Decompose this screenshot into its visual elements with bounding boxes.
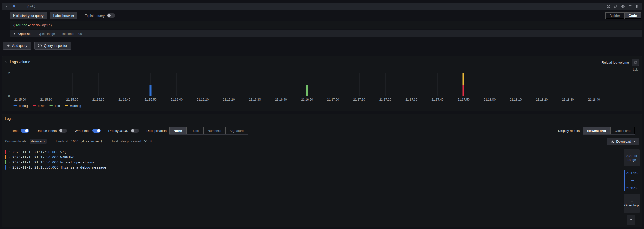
older-logs-button[interactable]: Older logs — [624, 194, 640, 213]
options-title: Options — [18, 32, 30, 36]
start-of-range-button[interactable]: Start of range — [624, 149, 640, 166]
total-bytes-label: Total bytes processed: — [112, 140, 142, 143]
editor-mode-builder[interactable]: Builder — [605, 12, 624, 19]
legend-item-warning[interactable]: warning — [65, 104, 81, 108]
gridline — [12, 96, 640, 96]
legend-label: error — [38, 104, 45, 108]
gridline — [281, 73, 281, 96]
gridline — [490, 73, 490, 96]
x-axis-tick: 21:17:40 — [432, 98, 444, 101]
query-inspector-button[interactable]: Query inspector — [34, 42, 71, 50]
gridline — [125, 73, 125, 96]
query-label-value: "demo-api" — [30, 23, 50, 27]
x-axis-tick: 21:17:30 — [405, 98, 417, 101]
dedup-option-exact[interactable]: Exact — [186, 127, 203, 134]
display-oldest-first[interactable]: Oldest first — [610, 127, 635, 134]
options-type: Type: Range — [37, 32, 55, 36]
unique-labels-toggle[interactable] — [59, 129, 67, 133]
query-open-brace: { — [13, 23, 15, 27]
wrap-lines-label: Wrap lines — [75, 129, 90, 133]
log-line-text: 2023-11-15 21:17:50.000 WARNING — [12, 155, 74, 159]
gridline — [359, 73, 360, 96]
reload-log-volume-button[interactable] — [632, 59, 639, 66]
legend-item-info[interactable]: info — [49, 104, 60, 108]
log-row[interactable]: 2023-11-15 21:17:50.000 >:( — [5, 149, 621, 155]
gridline — [203, 73, 203, 96]
dedup-option-numbers[interactable]: Numbers — [203, 127, 225, 134]
copy-icon[interactable] — [614, 5, 618, 8]
expand-log-row-icon[interactable] — [8, 166, 10, 169]
explore-actions: Add query Query inspector — [3, 42, 71, 50]
editor-mode-group: Builder Code — [605, 12, 641, 19]
wrap-lines-control: Wrap lines — [75, 129, 101, 133]
query-label-name: source — [15, 23, 28, 27]
label-browser-button[interactable]: Label browser — [50, 12, 78, 19]
scroll-to-top-button[interactable] — [627, 215, 635, 225]
y-axis-tick: 0 — [8, 95, 10, 98]
log-row[interactable]: 2023-11-15 21:17:50.000 WARNING — [5, 155, 621, 160]
gridline — [72, 73, 73, 96]
expand-log-row-icon[interactable] — [8, 161, 10, 163]
expand-log-row-icon[interactable] — [8, 156, 10, 158]
chevron-down-icon[interactable] — [5, 60, 8, 64]
range-from: 21:17:50 — [626, 171, 638, 175]
range-to: 21:15:50 — [626, 186, 638, 190]
plus-icon — [7, 44, 10, 48]
range-indicator[interactable]: 21:17:50 — 21:15:50 — [624, 170, 640, 191]
unique-labels-control: Unique labels — [36, 129, 67, 133]
legend-label: info — [55, 104, 60, 108]
x-axis-tick: 21:15:10 — [40, 98, 52, 101]
query-operator: = — [28, 23, 30, 27]
x-axis-tick: 21:15:50 — [145, 98, 157, 101]
legend-swatch — [65, 105, 68, 106]
dedup-option-signature[interactable]: Signature — [225, 127, 248, 134]
time-toggle[interactable] — [21, 129, 29, 133]
log-row[interactable]: 2023-11-15 21:15:50.000 This is a debug … — [5, 165, 621, 170]
kick-start-query-button[interactable]: Kick start your query — [10, 12, 47, 19]
download-button[interactable]: Download — [607, 138, 639, 145]
query-options-row[interactable]: Options Type: Range Line limit: 1000 — [10, 30, 642, 37]
query-close-brace: } — [50, 23, 52, 27]
bar-warning[interactable] — [463, 73, 464, 85]
logs-meta-row: Common labels: demo-api Line limit: 1000… — [5, 139, 152, 144]
gridline — [12, 85, 640, 85]
prettify-json-toggle[interactable] — [131, 129, 139, 133]
wrap-lines-toggle[interactable] — [92, 129, 101, 133]
query-row-body: Kick start your query Label browser Expl… — [2, 12, 642, 37]
add-query-button[interactable]: Add query — [3, 42, 31, 50]
x-axis-tick: 21:15:30 — [92, 98, 104, 101]
bar-debug[interactable] — [150, 85, 152, 97]
help-icon[interactable] — [607, 5, 610, 8]
prettify-json-label: Prettify JSON — [108, 129, 128, 133]
query-code-editor[interactable]: {source="demo-api"} — [10, 21, 642, 29]
x-axis-tick: 21:16:00 — [171, 98, 183, 101]
y-axis-tick: 1 — [8, 83, 10, 87]
log-level-debug-bar — [5, 165, 6, 170]
eye-icon[interactable] — [621, 5, 625, 8]
display-newest-first[interactable]: Newest first — [583, 127, 610, 134]
chevron-down-icon[interactable] — [5, 5, 8, 8]
expand-log-row-icon[interactable] — [8, 151, 10, 153]
total-bytes-value: 51 B — [144, 140, 152, 143]
chevron-down-icon — [633, 140, 636, 143]
trash-icon[interactable] — [628, 5, 632, 8]
x-axis-tick: 21:18:10 — [510, 98, 522, 101]
bar-error[interactable] — [463, 85, 464, 97]
legend-item-debug[interactable]: debug — [13, 104, 28, 108]
log-row[interactable]: 2023-11-15 21:16:50.000 Normal operation… — [5, 160, 621, 165]
gridline — [437, 73, 438, 96]
bar-info[interactable] — [306, 85, 308, 97]
logs-volume-header[interactable]: Logs volume — [5, 60, 30, 64]
deduplication-group: None Exact Numbers Signature — [169, 127, 248, 135]
x-axis-tick: 21:16:10 — [197, 98, 209, 101]
editor-mode-code[interactable]: Code — [624, 12, 641, 19]
gridline — [255, 73, 255, 96]
explain-query-toggle[interactable] — [107, 13, 115, 18]
chevron-right-icon[interactable] — [13, 32, 16, 35]
log-rows: 2023-11-15 21:17:50.000 >:(2023-11-15 21… — [5, 149, 621, 170]
legend-item-error[interactable]: error — [33, 104, 45, 108]
query-row-header[interactable]: A (Loki) — [2, 3, 642, 10]
drag-handle-icon[interactable] — [635, 5, 639, 8]
dedup-option-none[interactable]: None — [169, 127, 186, 134]
log-level-warning-bar — [5, 155, 6, 159]
